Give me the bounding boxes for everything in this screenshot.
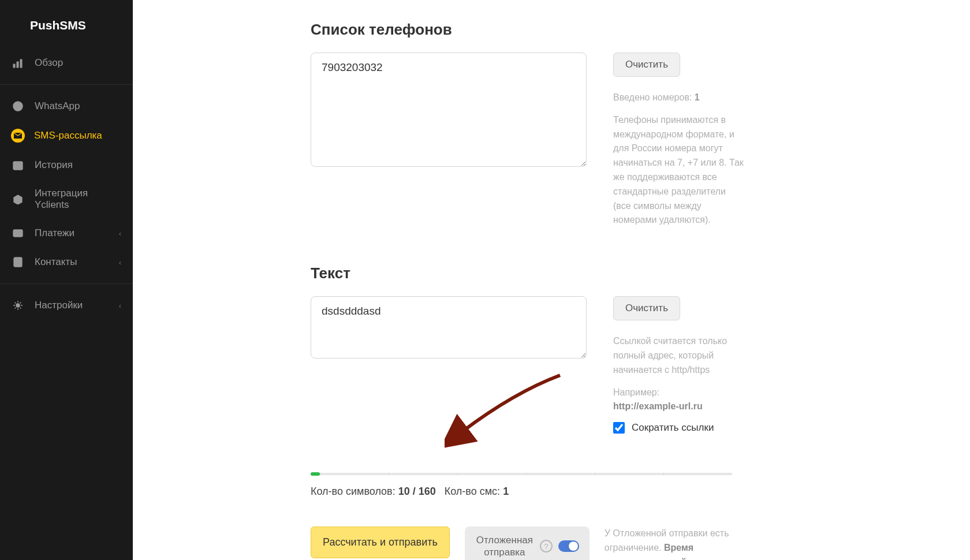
nav-contacts[interactable]: Контакты ‹ <box>0 248 133 277</box>
nav-divider <box>0 283 133 284</box>
phones-format-hint: Телефоны принимаются в международном фор… <box>613 113 745 227</box>
nav-label: Контакты <box>35 256 77 268</box>
nav-payments[interactable]: Платежи ‹ <box>0 219 133 248</box>
clear-text-button[interactable]: Очистить <box>613 296 680 320</box>
chevron-left-icon: ‹ <box>119 258 121 267</box>
nav-label: Интеграция Yclients <box>35 188 121 211</box>
svg-point-10 <box>17 260 19 262</box>
phones-header: Список телефонов <box>311 21 751 39</box>
svg-rect-7 <box>13 230 23 237</box>
gear-icon <box>12 299 24 312</box>
nav-label: История <box>35 159 73 171</box>
text-header: Текст <box>311 264 751 282</box>
nav-settings[interactable]: Настройки ‹ <box>0 291 133 320</box>
sidebar: PushSMS Обзор WhatsApp SMS-рассылка Исто… <box>0 0 133 560</box>
nav-label: Платежи <box>35 227 74 239</box>
link-example: Например:http://example-url.ru <box>613 386 745 415</box>
mail-icon <box>11 129 25 143</box>
svg-rect-2 <box>20 59 22 68</box>
svg-point-8 <box>20 233 21 234</box>
help-icon[interactable]: ? <box>540 540 553 552</box>
bar-chart-icon <box>12 57 24 69</box>
calculate-send-button[interactable]: Рассчитать и отправить <box>311 527 450 558</box>
clear-phones-button[interactable]: Очистить <box>613 53 680 77</box>
link-hint: Ссылкой считается только полный адрес, к… <box>613 334 745 377</box>
phones-textarea[interactable] <box>311 53 587 167</box>
chevron-left-icon: ‹ <box>119 301 121 310</box>
nav-history[interactable]: История <box>0 151 133 180</box>
shorten-links-label: Сократить ссылки <box>632 422 714 434</box>
svg-rect-1 <box>17 62 18 68</box>
delayed-hint: У Отложенной отправки есть ограничение. … <box>605 527 737 560</box>
whatsapp-icon <box>12 100 24 113</box>
contacts-icon <box>12 256 24 268</box>
char-progress <box>311 473 732 475</box>
nav-overview[interactable]: Обзор <box>0 48 133 77</box>
nav-divider <box>0 84 133 85</box>
svg-point-11 <box>16 304 20 307</box>
svg-rect-0 <box>13 64 15 68</box>
wallet-icon <box>12 227 24 240</box>
nav-label: SMS-рассылка <box>34 130 102 141</box>
delayed-toggle[interactable] <box>558 540 579 552</box>
calendar-icon <box>12 159 24 171</box>
shorten-links-checkbox[interactable] <box>613 422 625 434</box>
char-progress-fill <box>311 472 320 476</box>
nav-label: Обзор <box>35 57 63 69</box>
counters: Кол-во символов: 10 / 160 Кол-во смс: 1 <box>311 486 751 498</box>
app-logo: PushSMS <box>0 12 133 48</box>
main-form: Список телефонов Очистить Введено номеро… <box>266 0 751 560</box>
nav-yclients[interactable]: Интеграция Yclients <box>0 180 133 219</box>
nav-sms[interactable]: SMS-рассылка <box>0 121 133 151</box>
phones-count: Введено номеров: 1 <box>613 91 745 105</box>
nav-label: WhatsApp <box>35 100 80 112</box>
box-icon <box>12 193 24 206</box>
delayed-send-panel: Отложенная отправка ? <box>465 527 590 560</box>
chevron-left-icon: ‹ <box>119 229 121 238</box>
nav-whatsapp[interactable]: WhatsApp <box>0 92 133 121</box>
message-textarea[interactable] <box>311 296 587 359</box>
svg-rect-5 <box>13 162 23 170</box>
nav-label: Настройки <box>35 300 83 311</box>
delayed-label: Отложенная отправка <box>475 534 534 559</box>
